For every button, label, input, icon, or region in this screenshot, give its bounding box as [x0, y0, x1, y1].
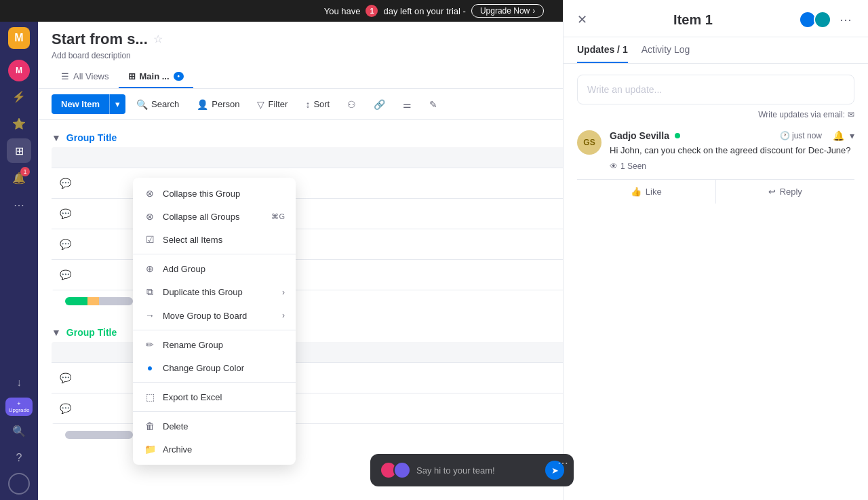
comment-icon[interactable]: 💬 — [60, 269, 71, 280]
collapse-this-icon: ⊗ — [144, 188, 156, 199]
comment-icon[interactable]: 💬 — [60, 178, 71, 189]
chat-input[interactable]: Say hi to your team! — [416, 465, 540, 476]
new-item-wrap: New Item ▾ — [52, 94, 125, 114]
ctx-separator — [133, 411, 296, 412]
rows-icon-button[interactable]: ⚌ — [396, 96, 418, 113]
comment-icon[interactable]: 💬 — [60, 403, 71, 414]
org-avatar[interactable] — [8, 473, 30, 495]
bar-gray — [99, 297, 133, 305]
chain-icon-button[interactable]: 🔗 — [367, 96, 392, 113]
ctx-shortcut-collapse-all: ⌘G — [271, 212, 285, 221]
row-name: 💬 — [52, 203, 576, 225]
chain-icon: 🔗 — [374, 99, 385, 110]
new-item-dropdown-button[interactable]: ▾ — [109, 94, 125, 114]
comment-dropdown-icon[interactable]: ▾ — [850, 130, 854, 141]
panel-tabs: Updates / 1 Activity Log — [564, 37, 868, 64]
collapse-all-icon: ⊗ — [144, 211, 156, 222]
upgrade-now-button[interactable]: Upgrade Now › — [471, 4, 544, 18]
eye-icon: 👁 — [610, 161, 618, 171]
ctx-export-excel[interactable]: ⬚ Export to Excel — [133, 385, 296, 408]
filter-button[interactable]: ▽ Filter — [250, 96, 294, 113]
ctx-arrow-duplicate: › — [282, 288, 285, 297]
ctx-delete[interactable]: 🗑 Delete — [133, 415, 296, 438]
banner-text: You have — [324, 6, 361, 16]
panel-body: Write an update... Write updates via ema… — [564, 64, 868, 500]
ctx-move-group[interactable]: → Move Group to Board › — [133, 304, 296, 327]
group-title-2[interactable]: Group Title — [66, 327, 117, 338]
edit-icon-button[interactable]: ✎ — [422, 96, 444, 113]
comment-icon[interactable]: 💬 — [60, 239, 71, 250]
ctx-label-rename: Rename Group — [163, 340, 223, 350]
ctx-label-collapse-this: Collapse this Group — [163, 189, 240, 199]
duplicate-icon: ⧉ — [144, 286, 156, 298]
sidebar-item-help[interactable]: ? — [7, 446, 31, 470]
person-button[interactable]: 👤 Person — [190, 96, 246, 113]
ctx-arrow-move: › — [282, 311, 285, 320]
comment-icon[interactable]: 💬 — [60, 208, 71, 219]
board-title: Start from s... — [52, 31, 148, 48]
star-icon[interactable]: ☆ — [153, 33, 163, 45]
avatar[interactable]: M — [8, 60, 30, 81]
comment-actions-row: 👍 Like ↩ Reply — [577, 179, 854, 204]
sidebar-item-board[interactable]: ⊞ — [7, 138, 31, 163]
search-button[interactable]: 🔍 Search — [130, 96, 186, 113]
sidebar-item-search[interactable]: 🔍 — [7, 419, 31, 443]
panel-header-right: ⋯ — [799, 11, 854, 28]
reply-button[interactable]: ↩ Reply — [716, 180, 855, 204]
panel-avatar-2 — [814, 11, 831, 28]
comment-bell-icon[interactable]: 🔔 — [833, 130, 844, 141]
like-button[interactable]: 👍 Like — [577, 180, 716, 204]
group-toggle-2[interactable]: ▼ — [52, 327, 61, 338]
sidebar: M M ⚡ ⭐ ⊞ 🔔 1 ⋯ ↓ + Upgrade 🔍 ? — [0, 22, 38, 500]
ctx-separator — [133, 382, 296, 383]
chat-more-icon[interactable]: ⋯ — [557, 457, 568, 469]
app-logo[interactable]: M — [8, 27, 30, 49]
comment-icon[interactable]: 💬 — [60, 372, 71, 383]
chat-placeholder: Say hi to your team! — [416, 465, 495, 476]
ctx-label-select-all: Select all Items — [163, 235, 222, 245]
delete-icon: 🗑 — [144, 421, 156, 431]
panel-more-button[interactable]: ⋯ — [837, 11, 854, 28]
ctx-archive[interactable]: 📁 Archive — [133, 438, 296, 461]
ctx-collapse-this-group[interactable]: ⊗ Collapse this Group — [133, 182, 296, 205]
ctx-label-move: Move Group to Board — [163, 311, 247, 321]
ctx-rename-group[interactable]: ✏ Rename Group — [133, 333, 296, 356]
panel-tab-activity[interactable]: Activity Log — [642, 37, 690, 63]
sidebar-item-notifications[interactable]: 🔔 1 — [7, 166, 31, 190]
sidebar-item-more[interactable]: ⋯ — [7, 193, 31, 217]
tab-all-views[interactable]: ☰ All Views — [52, 66, 119, 88]
upgrade-side-button[interactable]: + Upgrade — [5, 398, 33, 416]
summary-bar — [65, 297, 133, 305]
ctx-change-color[interactable]: ● Change Group Color — [133, 356, 296, 379]
row-name: 💬 — [52, 172, 576, 194]
panel-header: ✕ Item 1 ⋯ — [564, 0, 868, 37]
sidebar-item-favorites[interactable]: ⭐ — [7, 111, 31, 136]
link-icon-button[interactable]: ⚇ — [340, 96, 363, 113]
comment-avatar: GS — [577, 130, 601, 155]
email-icon: ✉ — [848, 110, 854, 119]
ctx-label-export: Export to Excel — [163, 392, 222, 402]
comment-text: Hi John, can you check on the agreed dis… — [610, 144, 854, 157]
sidebar-item-activity[interactable]: ⚡ — [7, 84, 31, 109]
update-placeholder: Write an update... — [587, 84, 662, 95]
clock-icon: 🕐 — [780, 131, 790, 140]
ctx-select-all-items[interactable]: ☑ Select all Items — [133, 228, 296, 251]
online-dot — [675, 133, 680, 138]
comment-body: Gadjo Sevilla 🕐 just now 🔔 ▾ Hi John, ca… — [610, 130, 854, 171]
ctx-add-group[interactable]: ⊕ Add Group — [133, 257, 296, 280]
new-item-button[interactable]: New Item — [52, 94, 109, 114]
update-input-area[interactable]: Write an update... — [577, 75, 854, 104]
tab-main[interactable]: ⊞ Main ... • — [119, 66, 194, 88]
group-toggle-1[interactable]: ▼ — [52, 132, 61, 143]
row-name: 💬 — [52, 264, 576, 286]
bar-gray-2 — [65, 431, 133, 439]
main-tab-pill: • — [174, 72, 184, 81]
ctx-duplicate-group[interactable]: ⧉ Duplicate this Group › — [133, 280, 296, 304]
panel-tab-updates[interactable]: Updates / 1 — [577, 37, 628, 63]
sidebar-item-inbox[interactable]: ↓ — [7, 370, 31, 395]
group-title-1[interactable]: Group Title — [66, 132, 117, 143]
sort-button[interactable]: ↕ Sort — [298, 96, 336, 113]
ctx-collapse-all-groups[interactable]: ⊗ Collapse all Groups ⌘G — [133, 205, 296, 228]
color-icon: ● — [144, 362, 156, 373]
panel-close-button[interactable]: ✕ — [577, 12, 587, 27]
